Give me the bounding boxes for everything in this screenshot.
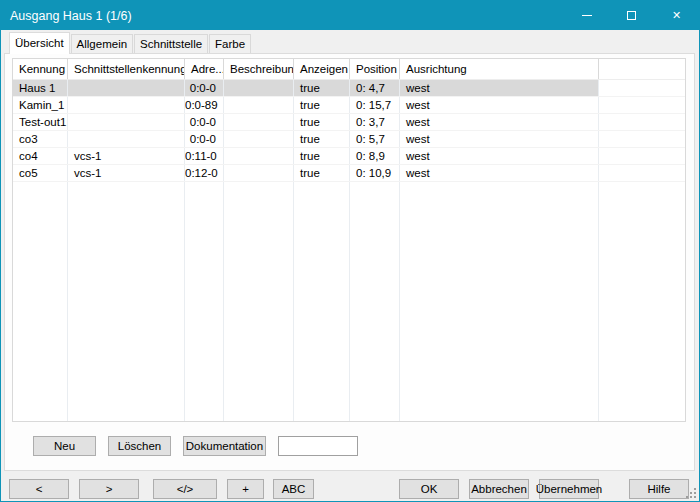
cell-position: 0: 5,7 bbox=[350, 131, 400, 147]
table-row-test-out1[interactable]: Test-out10:0-0true0: 3,7west bbox=[13, 114, 685, 131]
window-title: Ausgang Haus 1 (1/6) bbox=[1, 9, 132, 23]
column-header-schnittstellenkennung[interactable]: Schnittstellenkennung bbox=[68, 59, 185, 79]
cell-kennung: co3 bbox=[13, 131, 68, 147]
minimize-icon bbox=[582, 15, 592, 16]
close-icon: ✕ bbox=[672, 9, 681, 22]
tab--bersicht[interactable]: Übersicht bbox=[9, 32, 70, 54]
outputs-table: KennungSchnittstellenkennungAdre...Besch… bbox=[12, 58, 686, 422]
cell-beschreibung bbox=[224, 97, 294, 113]
cell-position: 0: 8,9 bbox=[350, 148, 400, 164]
cell-adresse: 0:0-89 bbox=[185, 97, 224, 113]
minimize-button[interactable] bbox=[564, 1, 609, 30]
cell-position: 0: 3,7 bbox=[350, 114, 400, 130]
cell-position: 0: 15,7 bbox=[350, 97, 400, 113]
table-row-co3[interactable]: co30:0-0true0: 5,7west bbox=[13, 131, 685, 148]
dokumentation-button[interactable]: Dokumentation bbox=[183, 436, 266, 456]
neu-button[interactable]: Neu bbox=[33, 436, 96, 456]
dialog-window: Ausgang Haus 1 (1/6) ✕ ÜbersichtAllgemei… bbox=[0, 0, 700, 502]
hilfe-button[interactable]: Hilfe bbox=[629, 479, 689, 499]
cell-adresse: 0:0-0 bbox=[185, 80, 224, 96]
tab-schnittstelle[interactable]: Schnittstelle bbox=[134, 34, 208, 53]
cell-schnittstellenkennung bbox=[68, 131, 185, 147]
table-row-co5[interactable]: co5vcs-10:12-0true0: 10,9west bbox=[13, 165, 685, 182]
cell-adresse: 0:11-0 bbox=[185, 148, 224, 164]
ok-button[interactable]: OK bbox=[399, 479, 459, 499]
cell-anzeigen: true bbox=[294, 97, 350, 113]
loeschen-button[interactable]: Löschen bbox=[108, 436, 171, 456]
uebernehmen-button[interactable]: Übernehmen bbox=[539, 479, 599, 499]
cell-anzeigen: true bbox=[294, 80, 350, 96]
column-header-position[interactable]: Position bbox=[350, 59, 400, 79]
table-action-bar: Neu Löschen Dokumentation bbox=[33, 436, 358, 456]
tab-allgemein[interactable]: Allgemein bbox=[71, 34, 134, 53]
cell-anzeigen: true bbox=[294, 148, 350, 164]
column-header-adresse[interactable]: Adre... bbox=[185, 59, 224, 79]
cell-anzeigen: true bbox=[294, 131, 350, 147]
abc-button[interactable]: ABC bbox=[273, 479, 314, 499]
cell-schnittstellenkennung bbox=[68, 97, 185, 113]
cell-ausrichtung: west bbox=[400, 131, 599, 147]
cell-ausrichtung: west bbox=[400, 80, 599, 96]
tab-farbe[interactable]: Farbe bbox=[209, 34, 251, 53]
cell-kennung: co4 bbox=[13, 148, 68, 164]
cell-anzeigen: true bbox=[294, 165, 350, 181]
cell-beschreibung bbox=[224, 165, 294, 181]
column-header-beschreibung[interactable]: Beschreibung bbox=[224, 59, 294, 79]
table-header: KennungSchnittstellenkennungAdre...Besch… bbox=[13, 59, 685, 80]
cell-beschreibung bbox=[224, 80, 294, 96]
cell-ausrichtung: west bbox=[400, 114, 599, 130]
code-view-button[interactable]: </> bbox=[153, 479, 217, 499]
cell-kennung: Kamin_1 bbox=[13, 97, 68, 113]
add-button[interactable]: + bbox=[227, 479, 264, 499]
cell-ausrichtung: west bbox=[400, 97, 599, 113]
cell-anzeigen: true bbox=[294, 114, 350, 130]
cell-kennung: Test-out1 bbox=[13, 114, 68, 130]
cell-ausrichtung: west bbox=[400, 148, 599, 164]
cell-ausrichtung: west bbox=[400, 165, 599, 181]
title-bar[interactable]: Ausgang Haus 1 (1/6) ✕ bbox=[1, 1, 699, 30]
nav-previous-button[interactable]: < bbox=[9, 479, 69, 499]
resize-grip[interactable] bbox=[685, 487, 696, 498]
cell-schnittstellenkennung bbox=[68, 114, 185, 130]
cell-kennung: co5 bbox=[13, 165, 68, 181]
cell-schnittstellenkennung: vcs-1 bbox=[68, 148, 185, 164]
tab-strip: ÜbersichtAllgemeinSchnittstelleFarbe bbox=[9, 32, 252, 54]
table-row-kamin-1[interactable]: Kamin_10:0-89true0: 15,7west bbox=[13, 97, 685, 114]
cell-adresse: 0:12-0 bbox=[185, 165, 224, 181]
cell-kennung: Haus 1 bbox=[13, 80, 68, 96]
cell-position: 0: 10,9 bbox=[350, 165, 400, 181]
cell-adresse: 0:0-0 bbox=[185, 114, 224, 130]
tab-page-uebersicht: KennungSchnittstellenkennungAdre...Besch… bbox=[4, 53, 695, 471]
window-controls: ✕ bbox=[564, 1, 699, 30]
column-header-kennung[interactable]: Kennung bbox=[13, 59, 68, 79]
column-header-filler bbox=[599, 59, 685, 79]
close-button[interactable]: ✕ bbox=[654, 1, 699, 30]
column-header-ausrichtung[interactable]: Ausrichtung bbox=[400, 59, 599, 79]
kennung-input[interactable] bbox=[278, 436, 358, 456]
cell-adresse: 0:0-0 bbox=[185, 131, 224, 147]
abbrechen-button[interactable]: Abbrechen bbox=[469, 479, 529, 499]
cell-schnittstellenkennung: vcs-1 bbox=[68, 165, 185, 181]
cell-beschreibung bbox=[224, 148, 294, 164]
cell-schnittstellenkennung bbox=[68, 80, 185, 96]
table-row-co4[interactable]: co4vcs-10:11-0true0: 8,9west bbox=[13, 148, 685, 165]
cell-beschreibung bbox=[224, 114, 294, 130]
column-header-anzeigen[interactable]: Anzeigen bbox=[294, 59, 350, 79]
nav-next-button[interactable]: > bbox=[79, 479, 139, 499]
cell-beschreibung bbox=[224, 131, 294, 147]
cell-position: 0: 4,7 bbox=[350, 80, 400, 96]
maximize-button[interactable] bbox=[609, 1, 654, 30]
table-row-haus-1[interactable]: Haus 10:0-0true0: 4,7west bbox=[13, 80, 685, 97]
table-body: Haus 10:0-0true0: 4,7westKamin_10:0-89tr… bbox=[13, 80, 685, 182]
maximize-icon bbox=[627, 11, 636, 20]
